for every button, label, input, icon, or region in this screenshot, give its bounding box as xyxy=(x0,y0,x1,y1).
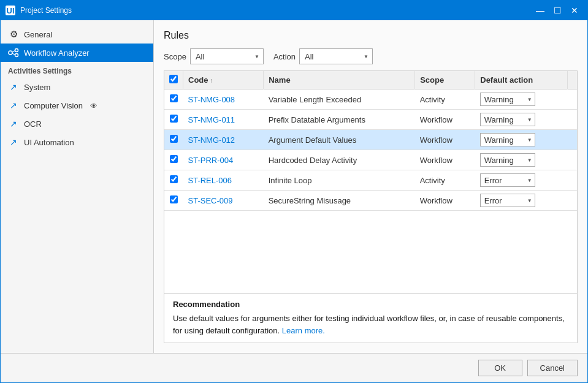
row-name: Prefix Datatable Arguments xyxy=(264,110,415,130)
svg-point-2 xyxy=(15,54,18,57)
row-scope: Workflow xyxy=(415,150,475,170)
sidebar-label-uia: UI Automation xyxy=(24,138,74,147)
page-title: Rules xyxy=(164,30,578,41)
recommendation-panel: Recommendation Use default values for ar… xyxy=(164,294,578,343)
row-scrollbar-spacer xyxy=(567,110,577,130)
action-label: Action xyxy=(273,52,296,61)
scope-select[interactable]: All Activity Workflow xyxy=(190,48,264,64)
recommendation-title: Recommendation xyxy=(173,300,568,309)
sidebar: General Workflow Analyzer Activities Set… xyxy=(1,20,154,353)
table-row[interactable]: ST-NMG-012 Argument Default Values Workf… xyxy=(164,130,577,150)
row-checkbox[interactable] xyxy=(170,195,178,203)
sidebar-item-general[interactable]: General xyxy=(1,25,153,44)
row-name: Argument Default Values xyxy=(264,130,415,150)
minimize-button[interactable]: — xyxy=(532,4,548,17)
row-name: Variable Length Exceeded xyxy=(264,89,415,110)
action-select-wrapper: Warning Error Info xyxy=(480,113,535,126)
sidebar-item-system[interactable]: System xyxy=(1,78,153,96)
row-checkbox[interactable] xyxy=(170,155,178,163)
svg-line-3 xyxy=(12,51,15,53)
row-action-select[interactable]: Warning Error Info xyxy=(480,153,535,167)
row-scope: Workflow xyxy=(415,110,475,130)
row-action-cell: Warning Error Info xyxy=(475,110,567,130)
action-select-wrapper: Warning Error Info xyxy=(480,173,535,187)
code-link[interactable]: ST-REL-006 xyxy=(188,176,232,185)
ok-button[interactable]: OK xyxy=(478,360,522,376)
activities-settings-label: Activities Settings xyxy=(1,62,153,78)
code-link[interactable]: ST-NMG-011 xyxy=(188,115,235,124)
recommendation-text: Use default values for arguments either … xyxy=(173,313,568,336)
table-row[interactable]: ST-PRR-004 Hardcoded Delay Activity Work… xyxy=(164,150,577,170)
code-link[interactable]: ST-NMG-012 xyxy=(188,135,235,145)
col-header-scrollbar xyxy=(567,71,577,89)
table-row[interactable]: ST-NMG-008 Variable Length Exceeded Acti… xyxy=(164,89,577,110)
row-checkbox-cell xyxy=(164,191,183,211)
filter-bar: Scope All Activity Workflow Action All xyxy=(164,48,578,64)
col-header-action: Default action xyxy=(475,71,567,89)
row-checkbox[interactable] xyxy=(170,135,178,143)
row-code: ST-NMG-012 xyxy=(183,130,264,150)
row-scope: Workflow xyxy=(415,191,475,211)
sidebar-label-ocr: OCR xyxy=(24,119,42,129)
arrow-icon-system xyxy=(8,82,19,93)
row-action-cell: Warning Error Info xyxy=(475,89,567,110)
window-controls: — ☐ ✕ xyxy=(532,4,582,17)
row-action-select[interactable]: Warning Error Info xyxy=(480,113,535,126)
row-checkbox[interactable] xyxy=(170,94,178,102)
col-header-code[interactable]: Code xyxy=(183,71,264,89)
row-code: ST-REL-006 xyxy=(183,170,264,191)
rules-table: Code Name Scope Default action ST-NMG-00… xyxy=(164,71,577,211)
arrow-icon-ocr xyxy=(8,118,19,129)
row-action-select[interactable]: Warning Error Info xyxy=(480,173,535,187)
svg-line-4 xyxy=(12,53,15,55)
cancel-button[interactable]: Cancel xyxy=(527,360,578,376)
sidebar-item-workflow-analyzer[interactable]: Workflow Analyzer xyxy=(1,44,153,62)
sidebar-item-ui-automation[interactable]: UI Automation xyxy=(1,133,153,151)
row-scope: Workflow xyxy=(415,130,475,150)
footer: OK Cancel xyxy=(1,353,587,382)
action-select[interactable]: All Warning Error Info xyxy=(299,48,373,64)
window-title: Project Settings xyxy=(20,6,532,15)
code-link[interactable]: ST-NMG-008 xyxy=(188,95,235,104)
maximize-button[interactable]: ☐ xyxy=(549,4,565,17)
row-checkbox-cell xyxy=(164,89,183,110)
svg-point-1 xyxy=(15,49,18,52)
sidebar-item-computer-vision[interactable]: Computer Vision xyxy=(1,96,153,115)
learn-more-link[interactable]: Learn more. xyxy=(282,326,325,335)
scope-label: Scope xyxy=(164,52,186,61)
action-select-wrapper: Warning Error Info xyxy=(480,93,535,106)
row-action-select[interactable]: Warning Error Info xyxy=(480,194,535,207)
sidebar-label-general: General xyxy=(24,30,52,39)
action-select-wrapper: Warning Error Info xyxy=(480,133,535,146)
row-checkbox[interactable] xyxy=(170,115,178,123)
row-action-select[interactable]: Warning Error Info xyxy=(480,93,535,106)
row-code: ST-PRR-004 xyxy=(183,150,264,170)
table-row[interactable]: ST-REL-006 Infinite Loop Activity Warnin… xyxy=(164,170,577,191)
row-checkbox-cell xyxy=(164,130,183,150)
row-action-cell: Warning Error Info xyxy=(475,170,567,191)
select-all-checkbox[interactable] xyxy=(169,75,178,83)
row-name: Hardcoded Delay Activity xyxy=(264,150,415,170)
row-code: ST-NMG-008 xyxy=(183,89,264,110)
row-scrollbar-spacer xyxy=(567,150,577,170)
col-header-checkbox xyxy=(164,71,183,89)
action-select-wrapper: All Warning Error Info xyxy=(299,48,373,64)
sidebar-label-workflow-analyzer: Workflow Analyzer xyxy=(24,48,90,58)
row-code: ST-NMG-011 xyxy=(183,110,264,130)
code-link[interactable]: ST-SEC-009 xyxy=(188,196,233,205)
sidebar-item-ocr[interactable]: OCR xyxy=(1,115,153,133)
content-area: General Workflow Analyzer Activities Set… xyxy=(1,20,587,353)
table-row[interactable]: ST-NMG-011 Prefix Datatable Arguments Wo… xyxy=(164,110,577,130)
row-checkbox[interactable] xyxy=(170,175,178,183)
table-scroll-area[interactable]: Code Name Scope Default action ST-NMG-00… xyxy=(164,71,577,293)
row-action-select[interactable]: Warning Error Info xyxy=(480,133,535,146)
rules-table-container: Code Name Scope Default action ST-NMG-00… xyxy=(164,70,578,294)
close-button[interactable]: ✕ xyxy=(567,4,582,17)
row-scrollbar-spacer xyxy=(567,170,577,191)
code-link[interactable]: ST-PRR-004 xyxy=(188,156,234,165)
action-select-wrapper: Warning Error Info xyxy=(480,153,535,167)
row-action-cell: Warning Error Info xyxy=(475,191,567,211)
recommendation-body: Use default values for arguments either … xyxy=(173,314,565,335)
table-row[interactable]: ST-SEC-009 SecureString Misusage Workflo… xyxy=(164,191,577,211)
row-checkbox-cell xyxy=(164,170,183,191)
